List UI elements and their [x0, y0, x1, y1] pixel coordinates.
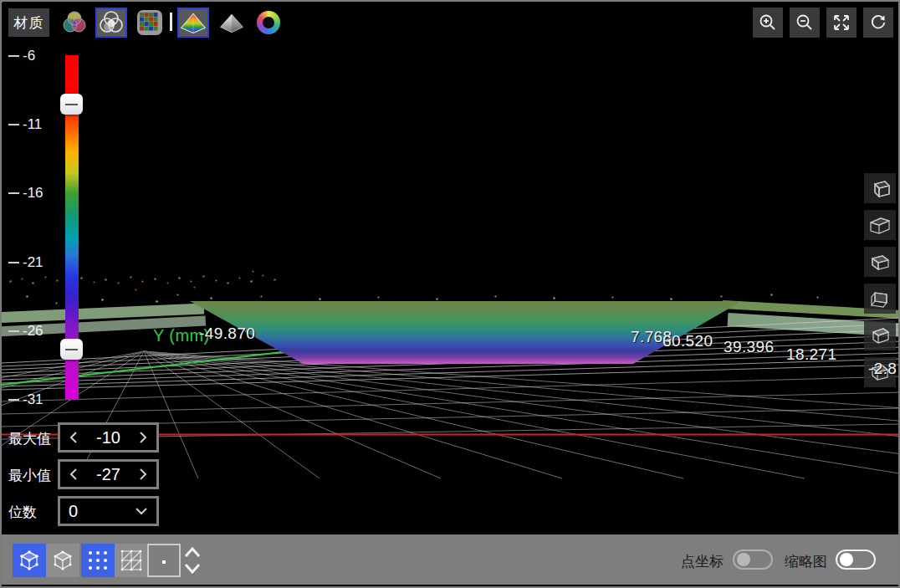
- color-wheel-button[interactable]: [253, 8, 284, 38]
- max-value-label: 最大值: [8, 429, 55, 448]
- gray-surface-button[interactable]: [216, 8, 248, 38]
- increment-button[interactable]: [138, 430, 148, 445]
- color-scale-tick: -26: [8, 322, 43, 340]
- point-size-preview: [147, 544, 181, 577]
- dots-grid-icon: [87, 550, 109, 571]
- digits-dropdown[interactable]: 0: [58, 496, 159, 526]
- increment-button[interactable]: [138, 467, 148, 482]
- view-cube-icon: [868, 177, 892, 199]
- refresh-icon: [868, 13, 888, 33]
- dots-display-button[interactable]: [81, 544, 115, 577]
- color-scale-upper-handle[interactable]: [60, 94, 83, 115]
- wireframe-cube-icon: [50, 548, 75, 573]
- view-cube-icon: [868, 214, 892, 236]
- view-cube-button-1[interactable]: [864, 173, 896, 203]
- thumbnail-toggle[interactable]: [836, 550, 876, 570]
- zoom-out-button[interactable]: [790, 8, 820, 38]
- zoom-in-icon: [758, 13, 778, 33]
- x-axis-tick: -2.8: [868, 360, 897, 378]
- fullscreen-button[interactable]: [826, 8, 857, 38]
- point-coordinates-label: 点坐标: [681, 552, 724, 571]
- view-cube-icon: [868, 325, 892, 346]
- color-scale-tick: -16: [8, 184, 43, 202]
- digits-value: 0: [69, 502, 78, 521]
- depth-colormap-pyramid-icon: [179, 9, 207, 36]
- chevron-down-icon: [135, 506, 148, 516]
- view-cube-button-4[interactable]: [864, 284, 896, 314]
- mesh-display-button[interactable]: [115, 544, 148, 577]
- toggle-knob: [840, 553, 853, 566]
- rgb-venn-icon: [59, 8, 89, 37]
- material-button[interactable]: 材质: [8, 8, 49, 37]
- point-cloud-cube-icon: [17, 548, 42, 573]
- decrement-button[interactable]: [69, 467, 79, 482]
- color-scale-tick: -31: [8, 391, 43, 409]
- max-value[interactable]: -10: [96, 428, 120, 447]
- zoom-in-button[interactable]: [753, 8, 783, 38]
- max-value-stepper: -10: [58, 422, 159, 453]
- thumbnail-label: 缩略图: [785, 552, 827, 571]
- bayer-pattern-icon: [136, 9, 163, 36]
- point-cloud-view-button[interactable]: [13, 544, 46, 577]
- depth-colormap-button[interactable]: [177, 8, 209, 38]
- min-value-stepper: -27: [58, 459, 159, 489]
- min-value-label: 最小值: [8, 466, 55, 485]
- white-venn-button[interactable]: [95, 8, 127, 38]
- min-value[interactable]: -27: [96, 465, 120, 484]
- x-axis-tick: 39.396: [724, 338, 775, 356]
- view-cube-button-2[interactable]: [864, 210, 896, 240]
- color-scale-tick: -11: [8, 115, 42, 134]
- app-window: Y (mm) -49.870 7.768 60.520 39.396 18.27…: [0, 0, 900, 588]
- gray-surface-pyramid-icon: [217, 9, 246, 36]
- view-cube-button-5[interactable]: [864, 320, 896, 350]
- white-venn-icon: [97, 9, 125, 36]
- bayer-pattern-button[interactable]: [134, 8, 166, 38]
- color-scale-tick: -6: [8, 47, 35, 65]
- y-axis-tick: -49.870: [199, 325, 255, 343]
- bottom-toolbar: 点坐标 缩略图: [2, 534, 898, 585]
- point-size-decrease-button[interactable]: [182, 560, 203, 577]
- view-cube-icon: [868, 288, 892, 309]
- point-size-dot: [162, 560, 166, 564]
- wireframe-view-button[interactable]: [46, 544, 79, 577]
- decrement-button[interactable]: [69, 430, 79, 445]
- top-toolbar: 材质: [2, 2, 898, 43]
- refresh-button[interactable]: [863, 8, 893, 38]
- toolbar-separator: [170, 13, 172, 31]
- zoom-out-icon: [795, 13, 815, 33]
- point-coordinates-toggle[interactable]: [733, 550, 773, 570]
- spinner-up-icon: [183, 545, 202, 559]
- spinner-down-icon: [183, 562, 202, 575]
- toggle-knob: [737, 553, 750, 566]
- color-scale-tick: -21: [8, 253, 43, 272]
- rgb-venn-button[interactable]: [59, 8, 90, 38]
- color-scale-lower-handle[interactable]: [60, 339, 83, 360]
- color-wheel-icon: [257, 11, 280, 34]
- x-axis-tick: 60.520: [662, 332, 713, 350]
- fullscreen-icon: [831, 13, 851, 33]
- mesh-grid-icon: [120, 550, 142, 571]
- digits-label: 位数: [8, 503, 55, 522]
- point-size-increase-button[interactable]: [182, 544, 203, 560]
- x-axis-tick: 18.271: [786, 345, 837, 364]
- view-cube-button-3[interactable]: [864, 247, 896, 277]
- view-cube-icon: [868, 251, 892, 273]
